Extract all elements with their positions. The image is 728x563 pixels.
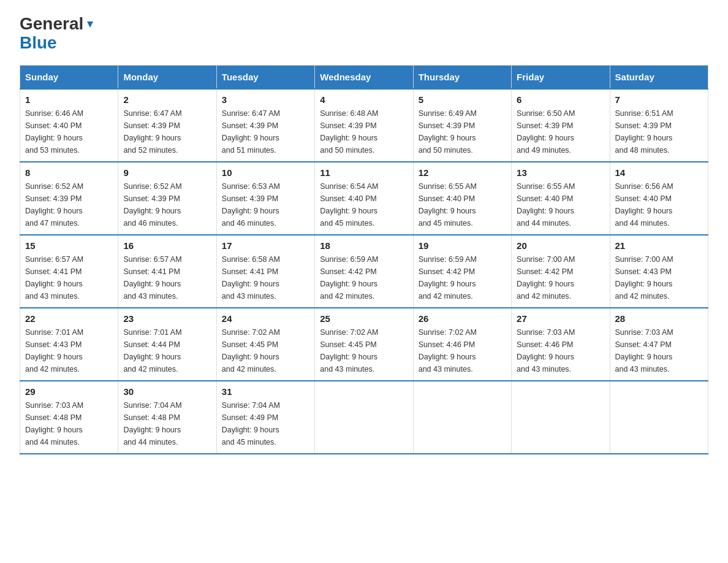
table-row: 13Sunrise: 6:55 AMSunset: 4:40 PMDayligh… xyxy=(512,162,610,235)
day-info: Sunrise: 7:00 AMSunset: 4:43 PMDaylight:… xyxy=(615,253,703,302)
day-number: 27 xyxy=(517,313,604,324)
table-row: 3Sunrise: 6:47 AMSunset: 4:39 PMDaylight… xyxy=(216,89,314,162)
calendar-table: SundayMondayTuesdayWednesdayThursdayFrid… xyxy=(20,65,708,454)
table-row: 17Sunrise: 6:58 AMSunset: 4:41 PMDayligh… xyxy=(216,235,314,308)
day-number: 21 xyxy=(615,240,703,251)
table-row xyxy=(610,381,708,454)
day-number: 25 xyxy=(320,313,408,324)
header-sunday: Sunday xyxy=(20,65,118,89)
logo: General Blue xyxy=(20,15,96,53)
day-number: 19 xyxy=(419,240,506,251)
week-row-2: 8Sunrise: 6:52 AMSunset: 4:39 PMDaylight… xyxy=(20,162,708,235)
day-number: 11 xyxy=(320,167,408,178)
day-info: Sunrise: 6:47 AMSunset: 4:39 PMDaylight:… xyxy=(222,107,309,156)
day-info: Sunrise: 6:58 AMSunset: 4:41 PMDaylight:… xyxy=(222,253,309,302)
table-row: 1Sunrise: 6:46 AMSunset: 4:40 PMDaylight… xyxy=(20,89,118,162)
day-info: Sunrise: 7:03 AMSunset: 4:48 PMDaylight:… xyxy=(25,399,113,448)
table-row: 7Sunrise: 6:51 AMSunset: 4:39 PMDaylight… xyxy=(610,89,708,162)
table-row: 14Sunrise: 6:56 AMSunset: 4:40 PMDayligh… xyxy=(610,162,708,235)
day-number: 30 xyxy=(123,386,211,397)
page-header: General Blue xyxy=(20,15,708,53)
table-row: 27Sunrise: 7:03 AMSunset: 4:46 PMDayligh… xyxy=(512,308,610,381)
day-number: 24 xyxy=(222,313,309,324)
logo-arrow-icon xyxy=(85,19,96,30)
day-info: Sunrise: 6:52 AMSunset: 4:39 PMDaylight:… xyxy=(123,180,211,229)
table-row: 18Sunrise: 6:59 AMSunset: 4:42 PMDayligh… xyxy=(315,235,413,308)
table-row: 25Sunrise: 7:02 AMSunset: 4:45 PMDayligh… xyxy=(315,308,413,381)
table-row: 16Sunrise: 6:57 AMSunset: 4:41 PMDayligh… xyxy=(118,235,216,308)
day-number: 6 xyxy=(517,94,604,105)
day-number: 9 xyxy=(123,167,211,178)
table-row: 2Sunrise: 6:47 AMSunset: 4:39 PMDaylight… xyxy=(118,89,216,162)
day-number: 18 xyxy=(320,240,408,251)
day-number: 28 xyxy=(615,313,703,324)
calendar-header-row: SundayMondayTuesdayWednesdayThursdayFrid… xyxy=(20,65,708,89)
day-number: 31 xyxy=(222,386,309,397)
header-thursday: Thursday xyxy=(413,65,511,89)
table-row: 15Sunrise: 6:57 AMSunset: 4:41 PMDayligh… xyxy=(20,235,118,308)
day-info: Sunrise: 6:49 AMSunset: 4:39 PMDaylight:… xyxy=(419,107,506,156)
day-info: Sunrise: 7:02 AMSunset: 4:46 PMDaylight:… xyxy=(419,326,506,375)
day-info: Sunrise: 6:48 AMSunset: 4:39 PMDaylight:… xyxy=(320,107,408,156)
day-info: Sunrise: 6:50 AMSunset: 4:39 PMDaylight:… xyxy=(517,107,604,156)
day-info: Sunrise: 6:59 AMSunset: 4:42 PMDaylight:… xyxy=(419,253,506,302)
day-info: Sunrise: 6:53 AMSunset: 4:39 PMDaylight:… xyxy=(222,180,309,229)
header-friday: Friday xyxy=(512,65,610,89)
table-row: 19Sunrise: 6:59 AMSunset: 4:42 PMDayligh… xyxy=(413,235,511,308)
day-info: Sunrise: 7:01 AMSunset: 4:44 PMDaylight:… xyxy=(123,326,211,375)
day-info: Sunrise: 7:03 AMSunset: 4:46 PMDaylight:… xyxy=(517,326,604,375)
table-row: 21Sunrise: 7:00 AMSunset: 4:43 PMDayligh… xyxy=(610,235,708,308)
day-info: Sunrise: 6:56 AMSunset: 4:40 PMDaylight:… xyxy=(615,180,703,229)
header-wednesday: Wednesday xyxy=(315,65,413,89)
day-info: Sunrise: 7:04 AMSunset: 4:48 PMDaylight:… xyxy=(123,399,211,448)
table-row: 20Sunrise: 7:00 AMSunset: 4:42 PMDayligh… xyxy=(512,235,610,308)
day-number: 14 xyxy=(615,167,703,178)
day-number: 1 xyxy=(25,94,113,105)
day-info: Sunrise: 6:57 AMSunset: 4:41 PMDaylight:… xyxy=(25,253,113,302)
table-row xyxy=(512,381,610,454)
day-number: 5 xyxy=(419,94,506,105)
table-row xyxy=(315,381,413,454)
table-row: 23Sunrise: 7:01 AMSunset: 4:44 PMDayligh… xyxy=(118,308,216,381)
logo-text-block: General Blue xyxy=(20,15,96,53)
table-row: 28Sunrise: 7:03 AMSunset: 4:47 PMDayligh… xyxy=(610,308,708,381)
svg-marker-0 xyxy=(87,21,93,28)
table-row: 4Sunrise: 6:48 AMSunset: 4:39 PMDaylight… xyxy=(315,89,413,162)
day-number: 23 xyxy=(123,313,211,324)
day-info: Sunrise: 7:03 AMSunset: 4:47 PMDaylight:… xyxy=(615,326,703,375)
day-number: 4 xyxy=(320,94,408,105)
logo-general-text: General xyxy=(20,15,83,34)
table-row: 26Sunrise: 7:02 AMSunset: 4:46 PMDayligh… xyxy=(413,308,511,381)
day-number: 29 xyxy=(25,386,113,397)
day-number: 13 xyxy=(517,167,604,178)
day-info: Sunrise: 6:51 AMSunset: 4:39 PMDaylight:… xyxy=(615,107,703,156)
table-row: 30Sunrise: 7:04 AMSunset: 4:48 PMDayligh… xyxy=(118,381,216,454)
day-number: 3 xyxy=(222,94,309,105)
week-row-3: 15Sunrise: 6:57 AMSunset: 4:41 PMDayligh… xyxy=(20,235,708,308)
table-row: 24Sunrise: 7:02 AMSunset: 4:45 PMDayligh… xyxy=(216,308,314,381)
day-number: 20 xyxy=(517,240,604,251)
day-info: Sunrise: 6:57 AMSunset: 4:41 PMDaylight:… xyxy=(123,253,211,302)
day-info: Sunrise: 6:59 AMSunset: 4:42 PMDaylight:… xyxy=(320,253,408,302)
logo-blue-text: Blue xyxy=(20,33,57,52)
day-number: 8 xyxy=(25,167,113,178)
header-monday: Monday xyxy=(118,65,216,89)
day-number: 10 xyxy=(222,167,309,178)
table-row: 22Sunrise: 7:01 AMSunset: 4:43 PMDayligh… xyxy=(20,308,118,381)
table-row: 10Sunrise: 6:53 AMSunset: 4:39 PMDayligh… xyxy=(216,162,314,235)
day-info: Sunrise: 6:52 AMSunset: 4:39 PMDaylight:… xyxy=(25,180,113,229)
day-info: Sunrise: 7:01 AMSunset: 4:43 PMDaylight:… xyxy=(25,326,113,375)
day-info: Sunrise: 7:04 AMSunset: 4:49 PMDaylight:… xyxy=(222,399,309,448)
table-row: 6Sunrise: 6:50 AMSunset: 4:39 PMDaylight… xyxy=(512,89,610,162)
week-row-5: 29Sunrise: 7:03 AMSunset: 4:48 PMDayligh… xyxy=(20,381,708,454)
day-number: 26 xyxy=(419,313,506,324)
day-info: Sunrise: 7:00 AMSunset: 4:42 PMDaylight:… xyxy=(517,253,604,302)
table-row: 11Sunrise: 6:54 AMSunset: 4:40 PMDayligh… xyxy=(315,162,413,235)
day-info: Sunrise: 7:02 AMSunset: 4:45 PMDaylight:… xyxy=(222,326,309,375)
table-row: 9Sunrise: 6:52 AMSunset: 4:39 PMDaylight… xyxy=(118,162,216,235)
table-row xyxy=(413,381,511,454)
week-row-4: 22Sunrise: 7:01 AMSunset: 4:43 PMDayligh… xyxy=(20,308,708,381)
day-info: Sunrise: 7:02 AMSunset: 4:45 PMDaylight:… xyxy=(320,326,408,375)
day-info: Sunrise: 6:47 AMSunset: 4:39 PMDaylight:… xyxy=(123,107,211,156)
day-number: 7 xyxy=(615,94,703,105)
